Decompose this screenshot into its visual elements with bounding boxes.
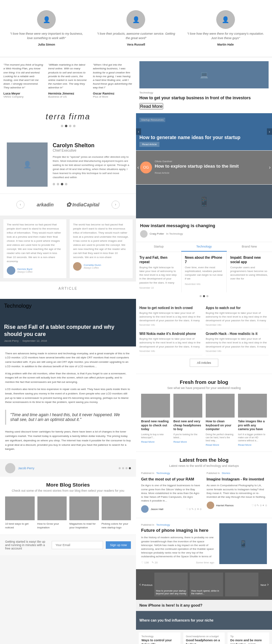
pdot-4[interactable] xyxy=(65,183,67,185)
popular-card-4: Growth Hack - How realistic is it Buying… xyxy=(206,329,269,355)
partners-next-button[interactable]: › xyxy=(112,201,120,209)
explore-read-link[interactable]: Read Article xyxy=(155,171,169,174)
testimonial-quote-2: "I love their products, awesome customer… xyxy=(96,32,175,40)
partner-author-1-name: Derrick Byrd xyxy=(17,268,33,271)
review-card-1: Technology Ways to control your Salary l… xyxy=(139,632,181,644)
latest-left-author-name: Jason Hall xyxy=(151,508,163,511)
tabs-dot-1[interactable] xyxy=(200,295,202,297)
carousel-next-button[interactable]: Next › xyxy=(260,582,269,587)
investors-thumb: 💻 xyxy=(139,61,269,88)
terra-firma-section: terra firma xyxy=(0,103,136,136)
fresh-card-4-read-more[interactable]: Read More xyxy=(238,443,267,446)
tab-card-1: Try and Fail, then repeat Buying the rig… xyxy=(136,252,182,292)
review-tag-2: Good headphones on a budget xyxy=(186,635,222,638)
dot-4[interactable] xyxy=(73,125,75,127)
article-para-3: LCD monitors also tend to be less expens… xyxy=(5,387,131,405)
testimonial-name-2: Vera Russell xyxy=(96,43,175,46)
im-title: How instant messaging is changing xyxy=(140,223,268,228)
carousel-prev-button[interactable]: ‹ Previous xyxy=(139,582,152,587)
testimonial-name-3: Martin Hale xyxy=(186,43,265,46)
story-title-3: Magazines to read for your Inspiration xyxy=(69,522,99,529)
article-label: ARTICLE xyxy=(5,287,131,290)
dot-3[interactable] xyxy=(69,125,71,127)
article-para-2: A big problem with the old monitors, oth… xyxy=(5,372,131,385)
tabs-dot-3[interactable] xyxy=(206,295,208,297)
carousel-item-2: How much spend, strike in the market... xyxy=(190,573,223,596)
latest-right-likes: ♡ 0 ✎ 0 ✦ 0 xyxy=(252,504,267,507)
newsletter-signup-button[interactable]: Sign up now xyxy=(106,541,131,549)
partners-prev-button[interactable]: ‹ xyxy=(16,201,24,209)
pop-date-1: November Info xyxy=(139,324,202,326)
pdot-2[interactable] xyxy=(57,183,59,185)
right-card-im-thumb: 📱 xyxy=(136,185,272,219)
tab-brand-new[interactable]: Brand New xyxy=(227,242,272,252)
fresh-card-1-read-more[interactable]: Read More xyxy=(141,440,170,443)
latest-card-left: Published In Technology Get the most out… xyxy=(141,472,202,513)
partner-author-2-role: Always Coffee xyxy=(84,267,101,269)
names-read-button[interactable]: Read Article xyxy=(139,142,159,147)
names-title: How to generate name ideas for your star… xyxy=(139,135,262,140)
fresh-thumb-2 xyxy=(173,394,202,418)
dot-2[interactable] xyxy=(65,125,67,127)
names-category: Startup Resources xyxy=(139,118,165,122)
tab-card-2: News about the iPhone 7 Over time, even … xyxy=(182,252,227,292)
newsletter-email-input[interactable] xyxy=(52,541,103,549)
latest-right-avatar xyxy=(207,502,214,509)
names-prev-button[interactable]: ‹ xyxy=(136,129,141,135)
profile-section: 👤 Carolyn Shelton Chief Executive People… xyxy=(0,136,136,193)
partner-author-1-role: Always Coffee xyxy=(17,271,33,273)
future-image: 📱 xyxy=(219,523,267,564)
future-time-ago: Some time ago xyxy=(196,561,214,564)
fresh-card-3: How to clean keyboard on your computer D… xyxy=(206,394,235,446)
partners-nav-row: ‹ arkadin ✿ IndiaCapital › xyxy=(0,193,136,216)
influencer-title: Where can you find influencers for your … xyxy=(139,618,214,622)
page-dot-3[interactable] xyxy=(125,467,128,469)
story-title-2: How to Grow your inspiration xyxy=(37,522,67,529)
names-next-button[interactable]: › xyxy=(267,129,272,135)
right-card-investors: 💻 Technology How to get your startup bus… xyxy=(136,58,272,113)
review-card-3: Tip Do more and be more productive - Lia… xyxy=(227,632,269,644)
fresh-card-2-desc: If you're looking for the latest... xyxy=(173,433,202,439)
page-dot-2[interactable] xyxy=(122,467,124,469)
right-column: 💻 Technology How to get your startup bus… xyxy=(136,58,272,644)
test2-name-2: Herminia Jimenez xyxy=(48,92,88,95)
test2-quote-1: "The moment you think of buying a Web Ho… xyxy=(3,63,43,89)
article-hero: Technology Rise and Fall of a tablet com… xyxy=(0,299,136,346)
pop-title-1: How to get noticed in tech crowd xyxy=(139,306,202,310)
partner-author-2-avatar xyxy=(73,262,82,271)
tab-technology[interactable]: Technology xyxy=(181,242,226,252)
future-text: Published In Technology Future of phone … xyxy=(141,523,214,564)
latest-right-author-name: Harriet Ramos xyxy=(216,504,234,507)
pdot-1[interactable] xyxy=(53,183,55,185)
pdot-3[interactable] xyxy=(61,183,63,185)
two-col-layout: "The moment you think of buying a Web Ho… xyxy=(0,58,272,644)
fresh-card-2-read-more[interactable]: Read More xyxy=(173,440,202,443)
tab-card-1-date: November 10 xyxy=(139,287,178,289)
carousel-item-1: How to promote your startup beyond your … xyxy=(154,573,188,596)
article-author-row: Jacob Perry xyxy=(0,459,136,477)
article-author-name: Jacob Perry xyxy=(18,467,34,470)
tab-startup[interactable]: Startup xyxy=(136,242,181,252)
explore-next-button[interactable]: › xyxy=(269,165,271,170)
story-grid: 10 best ways to get noticed How to Grow … xyxy=(5,496,131,529)
page-dot-4[interactable] xyxy=(129,467,131,469)
more-stories-subtitle: Check out some of the recent stories fro… xyxy=(5,489,131,492)
fresh-title: Fresh from our blog xyxy=(141,379,267,385)
pop-content-3: Buying the right telescope to take your … xyxy=(139,337,202,349)
partner-author-2-row: Cornelia Dunn Always Coffee xyxy=(73,262,129,271)
review-title-2: Good headphones on a budget xyxy=(186,639,222,644)
fresh-card-1-title: Brand new reading apps to check out toda… xyxy=(141,420,170,431)
article-date: September 12, 2016 xyxy=(22,339,47,342)
page-dot-1[interactable] xyxy=(119,467,121,469)
story-card-2: How to Grow your inspiration xyxy=(37,496,67,529)
popular-section: How to get noticed in tech crowd Buying … xyxy=(136,300,272,374)
test2-company-1: VMSS Company xyxy=(3,95,43,98)
explore-prev-button[interactable]: ‹ xyxy=(137,165,139,170)
fresh-card-3-read-more[interactable]: Read More xyxy=(206,443,235,446)
all-articles-button[interactable]: All Articles xyxy=(190,359,218,367)
tabs-row: Startup Technology Brand New xyxy=(136,242,272,252)
investors-read-button[interactable]: Read More xyxy=(139,103,163,109)
avatar-3: 👤 xyxy=(216,10,235,29)
profile-image: 👤 xyxy=(7,142,48,187)
tabs-dot-2[interactable] xyxy=(203,295,205,297)
